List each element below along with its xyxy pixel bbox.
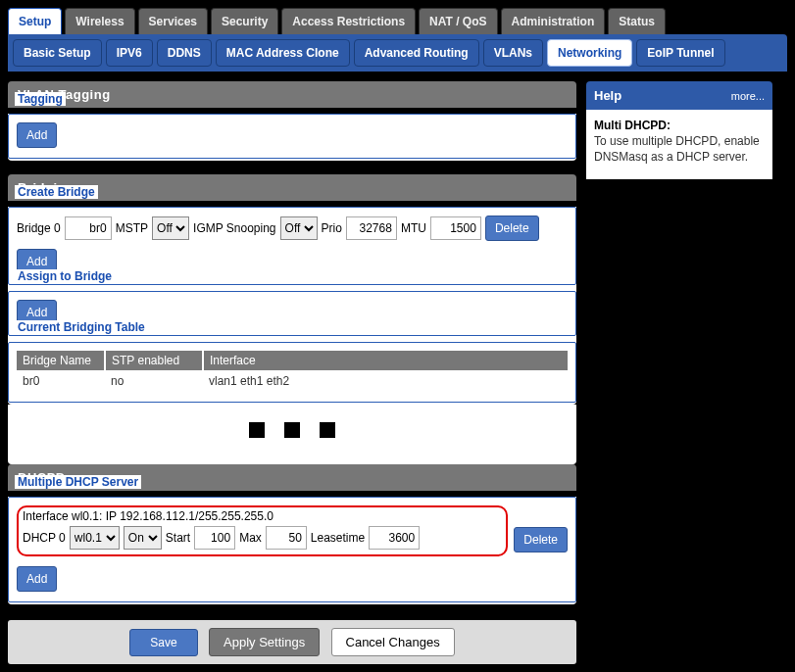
- help-more-link[interactable]: more...: [731, 90, 765, 102]
- bridging-table: Bridge Name STP enabled Interface br0 no…: [17, 351, 568, 392]
- dhcp-state-select[interactable]: On: [124, 526, 162, 550]
- mstp-select[interactable]: Off: [152, 216, 189, 240]
- help-subject: Multi DHCPD:: [594, 119, 671, 132]
- tab-administration[interactable]: Administration: [501, 8, 606, 34]
- mstp-label: MSTP: [116, 216, 148, 241]
- prio-label: Prio: [322, 216, 342, 241]
- subtab-basic-setup[interactable]: Basic Setup: [13, 39, 102, 67]
- section-vlan-tagging: VLAN Tagging: [8, 81, 576, 108]
- dhcp-start-input[interactable]: [194, 526, 235, 550]
- prio-input[interactable]: [346, 216, 397, 240]
- help-title: Help: [594, 88, 621, 103]
- bridge-delete-button[interactable]: Delete: [485, 216, 539, 241]
- tab-wireless[interactable]: Wireless: [65, 8, 134, 34]
- dhcp-iface-select[interactable]: wl0.1: [70, 526, 120, 550]
- subtab-networking[interactable]: Networking: [547, 39, 632, 67]
- dhcp-max-input[interactable]: [266, 526, 307, 550]
- th-stp: STP enabled: [105, 351, 203, 370]
- subtab-ddns[interactable]: DDNS: [157, 39, 212, 67]
- igmp-select[interactable]: Off: [280, 216, 318, 240]
- bridge0-label: Bridge 0: [17, 216, 61, 241]
- help-header: Help more...: [586, 81, 772, 110]
- main-tabs: SetupWirelessServicesSecurityAccess Rest…: [8, 4, 787, 34]
- dhcp-lease-input[interactable]: [369, 526, 420, 550]
- dhcp-highlight-box: Interface wl0.1: IP 192.168.112.1/255.25…: [17, 505, 508, 556]
- apply-button[interactable]: Apply Settings: [209, 628, 320, 656]
- th-bridge-name: Bridge Name: [17, 351, 105, 370]
- fieldset-multiple-dhcp-title: Multiple DHCP Server: [15, 475, 141, 489]
- th-interface: Interface: [203, 351, 568, 370]
- tab-access-restrictions[interactable]: Access Restrictions: [281, 8, 416, 34]
- tab-security[interactable]: Security: [211, 8, 278, 34]
- fieldset-tagging-title: Tagging: [15, 92, 66, 106]
- action-bar: Save Apply Settings Cancel Changes: [8, 620, 576, 664]
- subtab-mac-address-clone[interactable]: MAC Address Clone: [216, 39, 350, 67]
- tab-services[interactable]: Services: [138, 8, 208, 34]
- mtu-input[interactable]: [430, 216, 481, 240]
- table-row: br0 no vlan1 eth1 eth2: [17, 370, 568, 392]
- subtab-eoip-tunnel[interactable]: EoIP Tunnel: [636, 39, 724, 67]
- bridge-name-input[interactable]: [65, 216, 112, 240]
- subtab-advanced-routing[interactable]: Advanced Routing: [354, 39, 479, 67]
- cancel-button[interactable]: Cancel Changes: [331, 628, 455, 656]
- fieldset-create-bridge-title: Create Bridge: [15, 185, 98, 199]
- dhcp-add-button[interactable]: Add: [17, 566, 57, 592]
- dhcp-delete-button[interactable]: Delete: [514, 527, 568, 552]
- dhcp-start-label: Start: [166, 525, 190, 551]
- help-text: To use multiple DHCPD, enable DNSMasq as…: [594, 134, 760, 164]
- separator-squares: [8, 405, 576, 462]
- sub-tabs: Basic SetupIPV6DDNSMAC Address CloneAdva…: [8, 34, 787, 72]
- tab-status[interactable]: Status: [608, 8, 666, 34]
- dhcp-lease-label: Leasetime: [311, 525, 365, 551]
- fieldset-bridging-table-title: Current Bridging Table: [15, 320, 148, 334]
- mtu-label: MTU: [401, 216, 426, 241]
- igmp-label: IGMP Snooping: [193, 216, 276, 241]
- fieldset-assign-bridge-title: Assign to Bridge: [15, 269, 115, 283]
- tagging-add-button[interactable]: Add: [17, 122, 57, 148]
- subtab-ipv6[interactable]: IPV6: [106, 39, 153, 67]
- tab-setup[interactable]: Setup: [8, 8, 62, 34]
- subtab-vlans[interactable]: VLANs: [483, 39, 543, 67]
- dhcp-interface-info: Interface wl0.1: IP 192.168.112.1/255.25…: [23, 509, 502, 523]
- save-button[interactable]: Save: [129, 629, 197, 656]
- dhcp-max-label: Max: [239, 525, 262, 551]
- dhcp0-label: DHCP 0: [23, 525, 66, 551]
- tab-nat-qos[interactable]: NAT / QoS: [419, 8, 497, 34]
- help-body: Multi DHCPD: To use multiple DHCPD, enab…: [586, 110, 772, 179]
